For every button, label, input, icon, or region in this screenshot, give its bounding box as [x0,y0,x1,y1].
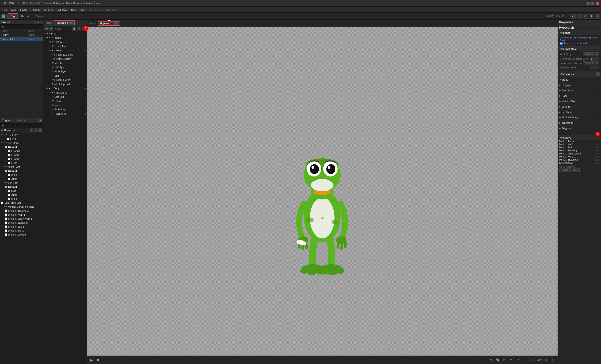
h-item-body-ol[interactable]: 👁 ✦ ▼ Body, OL 2 [43,40,87,44]
behavior-handle-fixer[interactable]: ▶ Handle Fixer ⋮ [558,99,601,104]
replay-dizzy[interactable]: Motion: Dizzy Walk 3 3.4s [558,152,601,155]
rotate-tool-btn[interactable]: ↩ [515,357,521,363]
menu-help[interactable]: Help [69,8,78,11]
replay-exit-hop[interactable]: Exit: Hop Left 2.3s [558,161,601,164]
tc-tool1[interactable]: ⊞ [30,128,33,132]
menu-edit[interactable]: Edit [9,8,18,11]
h-item-icons[interactable]: 👁 Icons [43,103,87,107]
h-item-leftarm[interactable]: 👁 ✦ Left Arm 6 [43,44,87,48]
maximize-btn[interactable]: □ [591,2,594,5]
replay-loop-btn[interactable]: Loop [572,169,580,172]
h-item-right-leg[interactable]: 👁 Right Leg 6 [43,107,87,112]
mesh-island-input[interactable] [590,57,599,60]
h-item-bandana[interactable]: 👁 ✦ ▼ Bandana [43,90,87,95]
behavior-body[interactable]: ▼ Body ⋮ [558,77,601,83]
behavior-motion-library[interactable]: ▶ Motion Library ⋮ [558,115,601,120]
puppet-item-hopscotch[interactable]: Hopscotch Puppet [0,37,43,41]
tree-item-lf-wide[interactable]: 📄 Wide [0,197,43,201]
h-item-left-leg[interactable]: 👁 Left Leg 8 [43,95,87,99]
tree-item-rf-wide[interactable]: 📄 Wide [0,173,43,177]
mesh-shape-select[interactable]: Contour Box [583,52,599,56]
tree-item-tfirst[interactable]: 📄 tFirst [0,137,43,141]
tree-item-walk1[interactable]: 📄 Motion: Walk 1 [0,213,43,217]
menu-scene[interactable]: Scene [18,8,29,11]
h-item-skull[interactable]: 👁 Skull [43,74,87,78]
h-item-frontal[interactable]: 👁 ✦ ▼ Frontal [43,36,87,40]
tc-search-input[interactable] [5,124,42,127]
behavior-limb-ik[interactable]: ▶ Limb IK ⋮ [558,104,601,109]
tree-item-breathe2[interactable]: 📄 Motion: Breathe 2 [0,209,43,213]
tc-tab-controls[interactable]: Controls [14,118,28,123]
tree-item-lfist[interactable]: 📄 LFist [0,161,43,165]
tree-item-exit-hop[interactable]: 📄 Exit - Hop Left [0,201,43,205]
tc-tool2[interactable]: ≡ [34,128,38,132]
tc-tab-triggers[interactable]: Triggers [0,118,14,123]
puppet-item-friday[interactable]: Friday Puppet [0,33,43,37]
tree-item-rf-default[interactable]: 📁 Default [0,169,43,173]
minimize-btn[interactable]: ─ [586,2,590,5]
tree-item-rf-jump[interactable]: 📄 Jump [0,177,43,181]
tree-item-sad1[interactable]: 📄 Motion: Sad 1 [0,225,43,229]
tree-item-lf-jump[interactable]: 📄 Jump [0,193,43,197]
list-view-btn[interactable]: ≡ [550,357,556,363]
tree-item-idle1[interactable]: 📄 Motion: Idle 1 [0,229,43,232]
h-item-frog[interactable]: 👁 ✦ ▼ Frog [43,31,87,36]
h-item-left-eyebrow[interactable]: 👁 ▶ Left Eyebrow [43,57,87,61]
tree-item-lf-side[interactable]: 📄 Side [0,189,43,193]
stop-btn[interactable]: ⏹ [95,357,101,363]
puppet-tab-hopscotch[interactable]: Hopscotch 10 [54,20,75,25]
select-tool-btn[interactable]: ↖ [489,357,494,363]
tree-item-standing[interactable]: 📄 Motion: Standing [0,220,43,225]
tab-stream[interactable]: Stream [33,14,47,19]
add-trigger-btn[interactable]: + [39,119,42,122]
tree-item-motion-lib[interactable]: 👁 ✦ ▼ Motion Library Motions [0,205,43,209]
project-search-input[interactable] [5,25,42,28]
auto-sync-checkbox[interactable] [560,42,563,45]
add-tool-btn[interactable]: ⊕ [508,357,514,363]
h-tool-lock[interactable]: 🔒 [72,27,76,31]
tc-tool3[interactable]: ⊟ [38,128,42,132]
pen-tool-btn[interactable]: ✏ [502,357,507,363]
tree-item-lefthand[interactable]: 👁 ✦ ▼ Left Hand [0,141,43,145]
mesh-expansion-input[interactable] [590,66,599,69]
replay-breathe2[interactable]: Motion: Breathe 2 5.3s [558,158,601,161]
replay-sad1[interactable]: Motion: Sad 1 2.8s [558,146,601,149]
canvas-puppet-tab[interactable]: Hopscotch 10 2 [98,21,120,26]
tree-item-lhand3[interactable]: 📄 LHand3 [0,157,43,161]
h-item-right-eye[interactable]: 👁 Right Eye [43,69,87,74]
menu-puppet[interactable]: Puppet [30,8,41,11]
library-tab[interactable]: Library [34,21,42,23]
connect-island-select[interactable]: Nearest All [583,61,599,65]
replay-excited[interactable]: Motion: Excited 1s [558,140,601,143]
cut-tool-btn[interactable]: ✂ [528,357,534,363]
add-behavior-btn[interactable]: + [596,72,600,76]
zoom-tool-btn[interactable]: 🔍 [495,357,501,363]
h-tool-grid[interactable]: ⊞ [77,27,81,31]
tree-item-group1[interactable]: 👁 ✦ ▼ ...iLLoL2 [0,133,43,137]
close-btn[interactable]: ✕ [596,2,599,5]
behavior-transform[interactable]: ▶ Transform ⋮ [558,120,601,126]
tree-item-excited[interactable]: 📄 Motion: Excited [0,232,43,237]
behavior-eye-gaze[interactable]: ▶ Eye Gaze ⋮ [558,88,601,93]
behavior-triggers[interactable]: ▶ Triggers ⋮ [558,126,601,131]
h-item-mouth[interactable]: 👁 Mouth [43,61,87,65]
menu-timeline[interactable]: Timeline [42,8,55,11]
project-tab[interactable]: Project [1,21,10,23]
h-item-right-arm[interactable]: 👁 Right Arm 6 [43,112,87,116]
play-btn[interactable]: ▶ [89,357,94,363]
tree-item-rightfoot[interactable]: 👁 ✦ ▼ Right Foot [0,165,43,169]
h-item-head[interactable]: 👁 ✦ ▼ Head ⊞ [43,48,87,52]
behavior-dragger[interactable]: ▶ Dragger ⋮ [558,83,601,88]
replay-walk1[interactable]: Motion: Walk 1 1.4s [558,155,601,158]
tree-item-lhand1[interactable]: 📄 LHand1 [0,149,43,153]
undo-btn[interactable]: ↩ [571,14,576,19]
h-item-body[interactable]: 👁 ✦ ▼ Body 1 ⊞ [43,86,87,90]
h-item-left-eyeball[interactable]: 👁 ▶ Left Eyeball [43,82,87,86]
grid-view-btn[interactable]: ⊞ [543,357,549,363]
h-item-left-eye[interactable]: 👁 Left Eye [43,65,87,69]
tree-item-dizzy[interactable]: 📄 Motion: Dizzy Walk 3 [0,217,43,220]
puppet-mesh-header[interactable]: ▼ Puppet Mesh [558,47,601,51]
tree-item-lf-default[interactable]: 📁 Default [0,185,43,189]
puppet-section-header[interactable]: ▼ Puppet [558,30,601,35]
h-tool-star[interactable]: ✦ [49,27,53,31]
